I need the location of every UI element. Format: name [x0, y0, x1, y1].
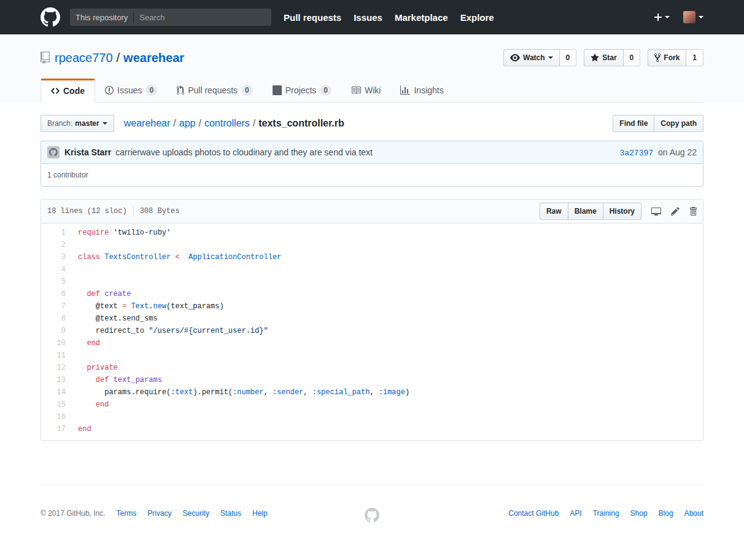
line-number[interactable]: 3 — [41, 251, 72, 263]
line-number[interactable]: 10 — [41, 337, 72, 349]
breadcrumb-file-name: texts_controller.rb — [258, 118, 344, 129]
line-number[interactable]: 8 — [41, 313, 72, 325]
footer-link-api[interactable]: API — [570, 509, 581, 518]
line-number[interactable]: 2 — [41, 239, 72, 251]
watch-count[interactable]: 0 — [560, 49, 577, 66]
breadcrumb-repo-link[interactable]: wearehear — [124, 118, 171, 129]
commit-author-link[interactable]: Krista Starr — [64, 147, 111, 157]
line-number[interactable]: 13 — [41, 374, 72, 386]
tab-insights[interactable]: Insights — [390, 79, 453, 102]
footer-link-status[interactable]: Status — [220, 509, 241, 518]
find-file-button[interactable]: Find file — [613, 115, 654, 132]
open-in-desktop-button[interactable] — [651, 206, 661, 216]
search-box[interactable]: This repository — [70, 9, 271, 26]
watch-button[interactable]: Watch — [503, 49, 560, 66]
line-number[interactable]: 9 — [41, 325, 72, 337]
footer-link-contact[interactable]: Contact GitHub — [508, 509, 559, 518]
repo-title-separator: / — [117, 51, 120, 65]
line-number[interactable]: 17 — [41, 423, 72, 435]
nav-pull-requests[interactable]: Pull requests — [284, 12, 341, 23]
github-logo[interactable] — [41, 7, 60, 27]
footer-link-terms[interactable]: Terms — [117, 509, 137, 518]
pull-requests-count-badge: 0 — [241, 85, 253, 96]
code-line: 10 end — [41, 337, 703, 349]
code-line: 14 params.require(:text).permit(:number,… — [41, 386, 703, 399]
line-number[interactable]: 1 — [41, 227, 72, 239]
code-line: 7 @text = Text.new(text_params) — [41, 300, 703, 313]
desktop-icon — [651, 206, 661, 216]
star-count[interactable]: 0 — [624, 49, 641, 66]
tab-projects[interactable]: Projects 0 — [263, 79, 341, 102]
repo-actions: Watch 0 Star 0 Fork — [496, 49, 703, 66]
code-line-content: end — [72, 399, 703, 411]
code-line-content — [72, 276, 703, 288]
user-menu-button[interactable] — [683, 11, 703, 23]
code-line-content: class TextsController < ApplicationContr… — [72, 251, 703, 263]
search-input[interactable] — [134, 13, 271, 22]
code-line: 17end — [41, 423, 703, 435]
footer-link-blog[interactable]: Blog — [659, 509, 673, 518]
nav-issues[interactable]: Issues — [354, 12, 382, 23]
star-icon — [591, 53, 599, 63]
line-number[interactable]: 11 — [41, 349, 72, 362]
fork-count[interactable]: 1 — [686, 49, 703, 66]
line-number[interactable]: 7 — [41, 300, 72, 313]
line-number[interactable]: 12 — [41, 362, 72, 374]
fork-button[interactable]: Fork — [648, 49, 686, 66]
footer-link-about[interactable]: About — [684, 509, 703, 518]
tab-code[interactable]: Code — [41, 79, 95, 103]
code-line: 4 — [41, 263, 703, 276]
contributors-link[interactable]: 1 contributor — [47, 171, 88, 179]
footer-link-shop[interactable]: Shop — [630, 509, 648, 518]
delete-file-button[interactable] — [689, 206, 697, 216]
pencil-icon — [671, 206, 680, 216]
line-number[interactable]: 15 — [41, 399, 72, 411]
global-header: This repository Pull requests Issues Mar… — [0, 0, 744, 34]
repo-owner-link[interactable]: rpeace770 — [55, 51, 113, 65]
copy-path-button[interactable]: Copy path — [654, 115, 703, 132]
line-number[interactable]: 4 — [41, 263, 72, 276]
tab-issues[interactable]: Issues 0 — [95, 79, 167, 102]
line-number[interactable]: 5 — [41, 276, 72, 288]
tab-wiki[interactable]: Wiki — [341, 79, 390, 102]
breadcrumb-app-link[interactable]: app — [179, 118, 196, 129]
file-info-divider — [133, 206, 134, 217]
repo-name-link[interactable]: wearehear — [123, 51, 184, 65]
footer-link-help[interactable]: Help — [252, 509, 268, 518]
tab-pull-requests[interactable]: Pull requests 0 — [167, 79, 263, 102]
code-line-content: require 'twilio-ruby' — [72, 227, 703, 239]
nav-explore[interactable]: Explore — [460, 12, 494, 23]
footer-link-privacy[interactable]: Privacy — [147, 509, 171, 518]
project-icon — [273, 85, 282, 95]
edit-file-button[interactable] — [671, 206, 680, 216]
branch-select-button[interactable]: Branch: master — [41, 115, 114, 132]
breadcrumb-controllers-link[interactable]: controllers — [204, 118, 250, 129]
code-line-content — [72, 411, 703, 423]
issue-icon — [105, 85, 114, 95]
line-number[interactable]: 6 — [41, 288, 72, 300]
code-line: 2 — [41, 239, 703, 251]
commit-tease: Krista Starr carrierwave uploads photos … — [41, 141, 703, 164]
footer-github-logo[interactable] — [365, 508, 379, 523]
history-button[interactable]: History — [603, 203, 641, 220]
octocat-avatar-icon — [49, 148, 58, 157]
code-line: 13 def text_params — [41, 374, 703, 386]
breadcrumb-separator: / — [253, 118, 255, 129]
line-number[interactable]: 14 — [41, 386, 72, 399]
raw-button[interactable]: Raw — [540, 203, 568, 220]
star-button[interactable]: Star — [584, 49, 623, 66]
commit-author-avatar[interactable] — [47, 146, 60, 158]
create-new-button[interactable] — [654, 12, 670, 22]
line-number[interactable]: 16 — [41, 411, 72, 423]
pull-request-icon — [177, 85, 184, 95]
file-header: 18 lines (12 sloc) 308 Bytes Raw Blame H… — [41, 200, 703, 224]
footer-link-security[interactable]: Security — [183, 509, 209, 518]
code-table: 1require 'twilio-ruby'23class TextsContr… — [41, 227, 703, 435]
nav-marketplace[interactable]: Marketplace — [395, 12, 448, 23]
commit-message-link[interactable]: carrierwave uploads photos to cloudinary… — [115, 147, 373, 157]
commit-sha-link[interactable]: 3a27397 — [619, 149, 653, 158]
caret-down-icon — [548, 56, 553, 59]
footer-link-training[interactable]: Training — [593, 509, 619, 518]
blame-button[interactable]: Blame — [568, 203, 603, 220]
code-line: 6 def create — [41, 288, 703, 300]
